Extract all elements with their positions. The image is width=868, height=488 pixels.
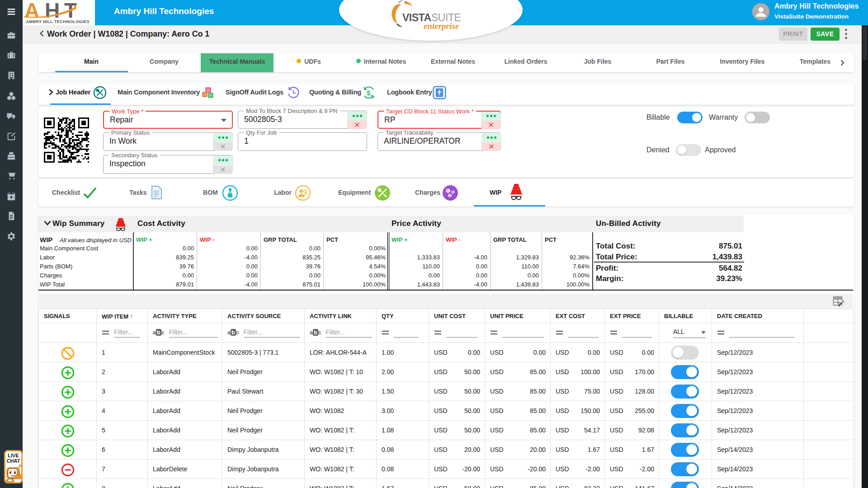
svg-text:$: $ [447, 189, 449, 192]
svg-text:$: $ [367, 89, 371, 97]
svg-text:enterprise: enterprise [424, 21, 459, 31]
svg-text:$: $ [449, 194, 451, 198]
svg-text:AMBRY HILL TECHNOLOGIES: AMBRY HILL TECHNOLOGIES [26, 19, 90, 24]
svg-text:$: $ [452, 190, 454, 194]
